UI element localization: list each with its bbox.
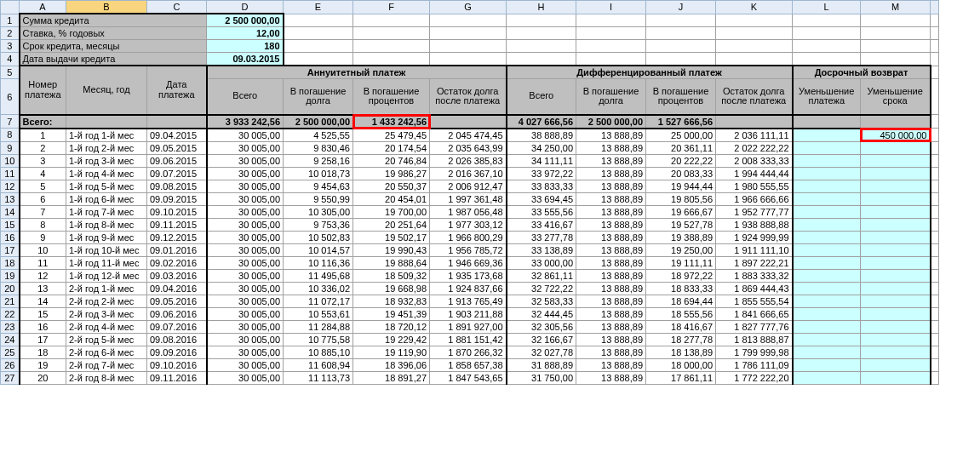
cell-ann-total[interactable]: 30 005,00 — [207, 371, 284, 384]
empty[interactable] — [931, 371, 939, 384]
cell-less-term[interactable] — [861, 333, 931, 346]
cell-date[interactable]: 09.10.2016 — [147, 358, 207, 371]
cell-less-pay[interactable] — [793, 371, 861, 384]
cell-ann-int[interactable]: 19 119,90 — [353, 346, 430, 358]
cell-ann-int[interactable]: 18 396,06 — [353, 358, 430, 371]
empty[interactable] — [576, 14, 646, 27]
empty[interactable] — [931, 256, 939, 269]
empty[interactable] — [646, 40, 716, 53]
empty[interactable] — [931, 295, 939, 307]
cell-ann-bal[interactable]: 2 026 385,83 — [430, 154, 507, 167]
cell-diff-bal[interactable]: 1 952 777,77 — [716, 205, 793, 218]
cell-less-term[interactable] — [861, 282, 931, 295]
cell-diff-prin[interactable]: 13 888,89 — [576, 346, 646, 358]
col-header-C[interactable]: C — [147, 1, 207, 14]
cell-ann-bal[interactable]: 1 935 173,68 — [430, 269, 507, 282]
cell-diff-total[interactable]: 33 416,67 — [507, 218, 576, 231]
col-header-M[interactable]: M — [861, 1, 931, 14]
cell-ann-bal[interactable]: 1 946 669,36 — [430, 256, 507, 269]
cell-ann-prin[interactable]: 9 753,36 — [284, 218, 353, 231]
cell-ann-bal[interactable]: 1 858 657,38 — [430, 358, 507, 371]
empty[interactable] — [793, 14, 861, 27]
empty[interactable] — [931, 231, 939, 243]
cell-n[interactable]: 8 — [20, 218, 66, 231]
empty[interactable] — [507, 40, 576, 53]
cell-diff-bal[interactable]: 1 938 888,88 — [716, 218, 793, 231]
cell-less-pay[interactable] — [793, 205, 861, 218]
cell-diff-total[interactable]: 32 722,22 — [507, 282, 576, 295]
cell-n[interactable]: 13 — [20, 282, 66, 295]
cell-diff-prin[interactable]: 13 888,89 — [576, 295, 646, 307]
cell-n[interactable]: 9 — [20, 231, 66, 243]
cell-less-term[interactable] — [861, 231, 931, 243]
empty[interactable] — [716, 53, 793, 66]
cell-ann-prin[interactable]: 9 830,46 — [284, 141, 353, 154]
cell-ann-prin[interactable]: 10 885,10 — [284, 346, 353, 358]
cell-ann-total[interactable]: 30 005,00 — [207, 180, 284, 192]
empty[interactable] — [931, 40, 939, 53]
empty[interactable] — [861, 53, 931, 66]
cell-diff-int[interactable]: 19 805,56 — [646, 192, 716, 205]
cell-ann-bal[interactable]: 1 956 785,72 — [430, 243, 507, 256]
cell-n[interactable]: 5 — [20, 180, 66, 192]
row-header-1[interactable]: 1 — [1, 14, 20, 27]
cell-month[interactable]: 1-й год 9-й мес — [66, 231, 147, 243]
cell-ann-prin[interactable]: 10 018,73 — [284, 167, 353, 180]
cell-diff-int[interactable]: 18 000,00 — [646, 358, 716, 371]
cell-month[interactable]: 1-й год 7-й мес — [66, 205, 147, 218]
cell-diff-prin[interactable]: 13 888,89 — [576, 371, 646, 384]
cell-diff-prin[interactable]: 13 888,89 — [576, 282, 646, 295]
cell-diff-total[interactable]: 34 250,00 — [507, 141, 576, 154]
row-header-6[interactable]: 6 — [1, 79, 20, 115]
empty[interactable] — [793, 53, 861, 66]
cell-less-pay[interactable] — [793, 141, 861, 154]
cell-ann-prin[interactable]: 10 502,83 — [284, 231, 353, 243]
row-header-27[interactable]: 27 — [1, 371, 20, 384]
cell-n[interactable]: 17 — [20, 333, 66, 346]
cell-less-term[interactable] — [861, 180, 931, 192]
cell-ann-bal[interactable]: 1 977 303,12 — [430, 218, 507, 231]
cell-diff-total[interactable]: 32 027,78 — [507, 346, 576, 358]
empty[interactable] — [284, 53, 353, 66]
cell-diff-bal[interactable]: 1 966 666,66 — [716, 192, 793, 205]
row-header-25[interactable]: 25 — [1, 346, 20, 358]
cell-less-pay[interactable] — [793, 346, 861, 358]
cell-diff-int[interactable]: 18 833,33 — [646, 282, 716, 295]
col-header-A[interactable]: A — [20, 1, 66, 14]
empty[interactable] — [931, 154, 939, 167]
cell-diff-int[interactable]: 19 527,78 — [646, 218, 716, 231]
cell-less-pay[interactable] — [793, 282, 861, 295]
empty[interactable] — [353, 40, 430, 53]
cell-month[interactable]: 2-й год 4-й мес — [66, 320, 147, 333]
empty[interactable] — [507, 27, 576, 40]
cell-ann-int[interactable]: 19 990,43 — [353, 243, 430, 256]
cell-date[interactable]: 09.06.2015 — [147, 154, 207, 167]
row-header-12[interactable]: 12 — [1, 180, 20, 192]
row-header-9[interactable]: 9 — [1, 141, 20, 154]
cell-ann-bal[interactable]: 1 870 266,32 — [430, 346, 507, 358]
cell-diff-prin[interactable]: 13 888,89 — [576, 333, 646, 346]
cell-month[interactable]: 1-й год 4-й мес — [66, 167, 147, 180]
empty[interactable] — [861, 40, 931, 53]
cell-ann-bal[interactable]: 1 881 151,42 — [430, 333, 507, 346]
cell-diff-prin[interactable]: 13 888,89 — [576, 141, 646, 154]
empty[interactable] — [646, 27, 716, 40]
empty[interactable] — [646, 53, 716, 66]
cell-n[interactable]: 4 — [20, 167, 66, 180]
empty[interactable] — [353, 14, 430, 27]
empty[interactable] — [716, 27, 793, 40]
cell-date[interactable]: 09.05.2016 — [147, 295, 207, 307]
cell-ann-prin[interactable]: 9 550,99 — [284, 192, 353, 205]
cell-month[interactable]: 2-й год 6-й мес — [66, 346, 147, 358]
cell-date[interactable]: 09.02.2016 — [147, 256, 207, 269]
cell-diff-int[interactable]: 18 416,67 — [646, 320, 716, 333]
empty[interactable] — [507, 14, 576, 27]
cell-month[interactable]: 2-й год 1-й мес — [66, 282, 147, 295]
cell-ann-bal[interactable]: 1 987 056,48 — [430, 205, 507, 218]
cell-ann-int[interactable]: 25 479,45 — [353, 129, 430, 142]
cell-less-term[interactable] — [861, 218, 931, 231]
cell-diff-int[interactable]: 19 111,11 — [646, 256, 716, 269]
corner-cell[interactable] — [1, 1, 20, 14]
cell-month[interactable]: 1-й год 8-й мес — [66, 218, 147, 231]
cell-less-term[interactable] — [861, 167, 931, 180]
